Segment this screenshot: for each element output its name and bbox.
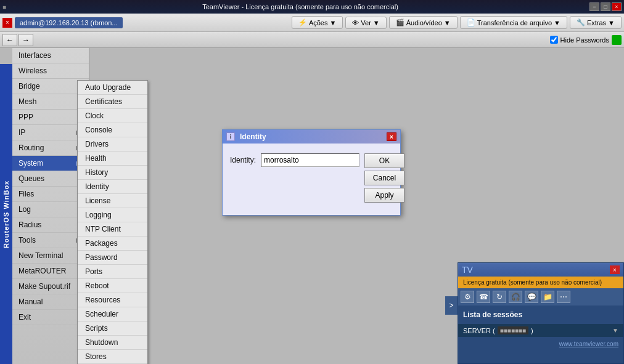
dropdown-clock[interactable]: Clock — [78, 109, 147, 123]
tv-server-id: ■■■■■■■ — [498, 326, 528, 334]
tv-session-panel: TV × Licença gratuita (somente para uso … — [458, 262, 624, 364]
dropdown-certificates[interactable]: Certificates — [78, 95, 147, 109]
identity-input[interactable] — [261, 153, 359, 167]
tv-server-row[interactable]: SERVER ( ■■■■■■■ ) ▼ — [458, 324, 623, 337]
dropdown-identity[interactable]: Identity — [78, 180, 147, 194]
tv-server-text: SERVER ( ■■■■■■■ ) — [463, 326, 533, 334]
tv-session-content: Lista de sessões — [458, 305, 623, 324]
tv-sessions-title: Lista de sessões — [463, 308, 618, 322]
tv-more-button[interactable]: ⋯ — [557, 291, 570, 303]
minimize-button[interactable]: − — [589, 2, 599, 11]
identity-form-row: Identity: — [230, 153, 359, 167]
view-menu-button[interactable]: 👁 Ver ▼ — [345, 17, 386, 29]
tv-footer-link[interactable]: www.teamviewer.com — [559, 341, 618, 347]
maximize-button[interactable]: □ — [601, 2, 610, 11]
tv-files-button[interactable]: 📁 — [541, 291, 554, 303]
sidebar-item-bridge-label: Bridge — [18, 82, 40, 91]
identity-dialog-titlebar: i Identity × — [223, 130, 400, 144]
sidebar-item-new-terminal-label: New Terminal — [18, 251, 63, 260]
dropdown-auto-upgrade[interactable]: Auto Upgrade — [78, 81, 147, 95]
dropdown-password[interactable]: Password — [78, 251, 147, 265]
identity-cancel-button[interactable]: Cancel — [364, 171, 404, 185]
dropdown-resources[interactable]: Resources — [78, 293, 147, 307]
dropdown-logging[interactable]: Logging — [78, 208, 147, 222]
audiovideo-dropdown-icon: ▼ — [444, 19, 451, 26]
winbox-label: RouterOS WinBox — [0, 64, 12, 364]
extras-menu-button[interactable]: 🔧 Extras ▼ — [570, 16, 622, 29]
dropdown-history[interactable]: History — [78, 166, 147, 180]
tv-session-toolbar: ⚙ ☎ ↻ 🎧 💬 📁 ⋯ — [458, 288, 623, 305]
tv-title: TeamViewer - Licença gratuita (somente p… — [11, 3, 589, 10]
remote-toolbar: ← → Hide Passwords — [0, 32, 624, 48]
actions-dropdown-icon: ▼ — [329, 19, 336, 26]
sidebar-item-tools-label: Tools — [18, 236, 36, 245]
remote-session-tab[interactable]: admin@192.168.20.13 (rbmon... — [15, 17, 123, 28]
dropdown-scripts[interactable]: Scripts — [78, 322, 147, 336]
back-button[interactable]: ← — [2, 34, 17, 46]
dropdown-packages[interactable]: Packages — [78, 237, 147, 251]
dropdown-health[interactable]: Health — [78, 152, 147, 166]
identity-apply-button[interactable]: Apply — [364, 188, 404, 203]
sidebar-item-metarouter-label: MetaROUTER — [18, 267, 66, 275]
tv-toolbar: × admin@192.168.20.13 (rbmon... ⚡ Ações … — [0, 14, 624, 32]
tv-expand-button[interactable]: > — [445, 296, 458, 315]
audiovideo-icon: 🎬 — [396, 18, 404, 26]
view-dropdown-icon: ▼ — [373, 19, 380, 26]
actions-menu-button[interactable]: ⚡ Ações ▼ — [292, 16, 343, 29]
identity-dialog: i Identity × Identity: OK Cancel Apply — [222, 129, 401, 216]
identity-ok-button[interactable]: OK — [364, 153, 404, 168]
tv-refresh-button[interactable]: ↻ — [493, 291, 506, 303]
dropdown-license[interactable]: License — [78, 194, 147, 208]
transfer-dropdown-icon: ▼ — [554, 19, 560, 26]
identity-dialog-icon: i — [226, 132, 235, 141]
identity-dialog-body: Identity: OK Cancel Apply — [223, 144, 400, 212]
dropdown-stores[interactable]: Stores — [78, 350, 147, 364]
sidebar-item-wireless[interactable]: Wireless — [12, 63, 89, 79]
sidebar-item-system-label: System — [18, 159, 43, 168]
sidebar-item-manual-label: Manual — [18, 297, 43, 306]
sidebar-item-ip-label: IP — [18, 128, 25, 137]
tab-close-button[interactable]: × — [2, 18, 12, 28]
tv-chat-button[interactable]: 💬 — [525, 291, 538, 303]
tv-titlebar: ■ TeamViewer - Licença gratuita (somente… — [0, 0, 624, 14]
identity-dialog-title: Identity — [240, 132, 266, 141]
sidebar-item-interfaces[interactable]: Interfaces — [12, 48, 89, 63]
tv-session-close-button[interactable]: × — [610, 265, 620, 274]
close-button[interactable]: × — [612, 2, 622, 11]
sidebar-item-routing-label: Routing — [18, 144, 44, 152]
sidebar-item-log-label: Log — [18, 205, 31, 214]
tv-session-header: TV × — [458, 263, 623, 277]
extras-dropdown-icon: ▼ — [608, 19, 615, 26]
tv-server-label: SERVER ( — [463, 327, 495, 334]
system-dropdown-menu: Auto Upgrade Certificates Clock Console … — [77, 80, 148, 364]
hide-passwords-label: Hide Passwords — [560, 36, 609, 44]
identity-field-label: Identity: — [230, 156, 256, 164]
dropdown-ntp-client[interactable]: NTP Client — [78, 222, 147, 237]
dropdown-reboot[interactable]: Reboot — [78, 279, 147, 293]
sidebar-item-queues-label: Queues — [18, 174, 44, 183]
teamviewer-logo-icon: TV — [462, 265, 473, 275]
sidebar-item-make-supout-label: Make Supout.rif — [18, 282, 70, 291]
tv-settings-button[interactable]: ⚙ — [461, 291, 474, 303]
connection-indicator — [612, 35, 622, 45]
sidebar-item-exit-label: Exit — [18, 313, 31, 322]
dropdown-drivers[interactable]: Drivers — [78, 137, 147, 152]
forward-button[interactable]: → — [18, 34, 33, 46]
sidebar-item-wireless-label: Wireless — [18, 67, 47, 75]
transfer-menu-button[interactable]: 📄 Transferência de arquivo ▼ — [460, 16, 567, 29]
tab-label: admin@192.168.20.13 (rbmon... — [20, 19, 118, 26]
hide-passwords-checkbox[interactable] — [550, 36, 558, 44]
dropdown-scheduler[interactable]: Scheduler — [78, 307, 147, 322]
tv-phone-button[interactable]: ☎ — [477, 291, 490, 303]
tv-headset-button[interactable]: 🎧 — [509, 291, 522, 303]
dropdown-ports[interactable]: Ports — [78, 265, 147, 279]
dropdown-shutdown[interactable]: Shutdown — [78, 336, 147, 350]
sidebar-item-radius-label: Radius — [18, 220, 41, 229]
tv-controls: − □ × — [589, 2, 622, 11]
dropdown-console[interactable]: Console — [78, 123, 147, 137]
sidebar-item-files-label: Files — [18, 190, 34, 198]
extras-icon: 🔧 — [577, 18, 585, 26]
audiovideo-menu-button[interactable]: 🎬 Áudio/vídeo ▼ — [389, 16, 458, 29]
sidebar-item-interfaces-label: Interfaces — [18, 51, 51, 60]
identity-dialog-close-button[interactable]: × — [387, 132, 396, 141]
